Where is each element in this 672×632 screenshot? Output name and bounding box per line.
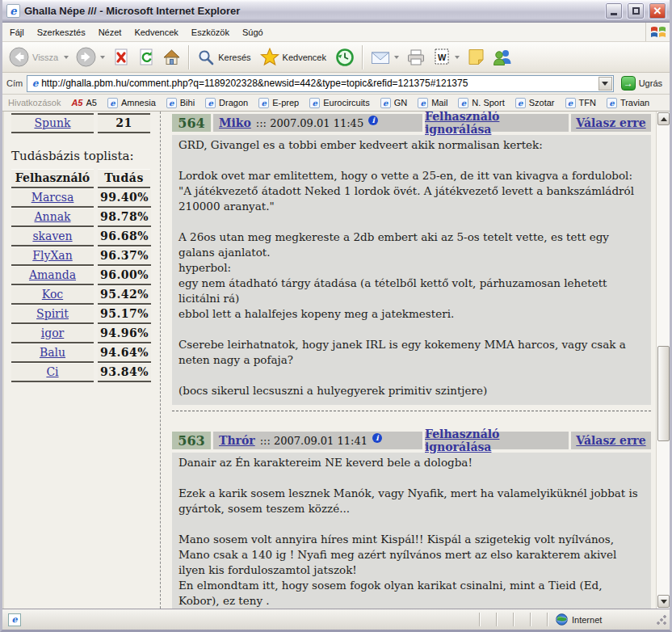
edit-dropdown-icon[interactable] (455, 56, 460, 59)
info-icon[interactable]: i (372, 433, 382, 443)
resize-grip[interactable] (656, 614, 667, 626)
mail-dropdown-icon[interactable] (394, 56, 399, 59)
menu-tools[interactable]: Eszközök (185, 23, 236, 41)
history-button[interactable] (332, 46, 358, 69)
post-gap (172, 411, 653, 431)
user-link-spunk[interactable]: Spunk (34, 116, 70, 129)
favorites-label: Kedvencek (283, 53, 328, 62)
link-szotar[interactable]: eSzotar (515, 98, 555, 108)
score-cell: 99.40% (98, 188, 151, 208)
author-link[interactable]: Thrór (219, 434, 255, 447)
stop-button[interactable] (109, 46, 133, 69)
menu-help[interactable]: Súgó (236, 23, 270, 41)
link-mail[interactable]: eMail (418, 98, 447, 108)
minimize-icon (611, 13, 617, 15)
edit-word-icon: W (433, 48, 451, 66)
forward-button[interactable] (73, 45, 108, 69)
link-eprep[interactable]: eE-prep (258, 98, 299, 108)
link-a5[interactable]: A5A5 (71, 98, 97, 107)
table-row: FlyXan 96.37% (11, 246, 150, 266)
menu-favorites[interactable]: Kedvencek (128, 23, 184, 41)
toolbar-separator (362, 45, 363, 70)
scrollbar-thumb[interactable] (657, 346, 670, 441)
toplist-table: Felhasználó Tudás Marcsa 99.40% Annak 98… (11, 169, 150, 382)
home-icon (162, 48, 181, 66)
reply-cell: Válasz erre (571, 432, 651, 449)
user-link[interactable]: skaven (32, 230, 72, 242)
reply-link[interactable]: Válasz erre (576, 434, 645, 447)
user-link[interactable]: Marcsa (32, 191, 74, 204)
edit-button[interactable]: W (430, 46, 463, 68)
user-link[interactable]: Ci (46, 365, 58, 378)
sidebar-top-table: Spunk 21 (11, 113, 150, 133)
link-dragon[interactable]: eDragon (205, 98, 248, 108)
print-button[interactable] (403, 47, 429, 68)
page-content: Spunk 21 Tudásbázis toplista: Felhasznál… (2, 112, 670, 609)
menu-edit[interactable]: Szerkesztés (31, 23, 92, 41)
search-button[interactable]: Keresés (194, 47, 255, 68)
back-dropdown-icon[interactable] (64, 56, 69, 59)
ignore-user-link[interactable]: Felhasználó ignorálása (425, 428, 569, 453)
url-text[interactable]: http://ghalla.pbm.hu/comment.php?q=11892… (41, 78, 598, 89)
info-icon[interactable]: i (368, 116, 378, 125)
user-link[interactable]: igor (41, 327, 65, 339)
go-button[interactable]: → Ugrás (618, 75, 666, 91)
status-separator (513, 613, 514, 626)
ie-logo-icon: e (6, 4, 20, 18)
scroll-down-button[interactable] (657, 595, 670, 608)
link-gn[interactable]: eGN (380, 98, 408, 108)
mail-icon (371, 49, 390, 65)
messenger-button[interactable] (489, 46, 516, 68)
user-link[interactable]: FlyXan (32, 249, 72, 262)
back-button[interactable]: Vissza (6, 45, 72, 69)
home-button[interactable] (159, 46, 184, 68)
post-date: ::: 2007.09.01 11:41 (260, 435, 368, 447)
reply-link[interactable]: Válasz erre (576, 116, 645, 129)
toolbar-separator (188, 45, 190, 70)
favorites-button[interactable]: Kedvencek (257, 46, 331, 68)
url-input[interactable]: e http://ghalla.pbm.hu/comment.php?q=118… (27, 75, 613, 92)
discuss-button[interactable] (464, 46, 489, 68)
menu-file[interactable]: Fájl (3, 23, 31, 41)
refresh-button[interactable] (134, 46, 158, 69)
user-link[interactable]: Spirit (36, 307, 69, 320)
ignore-user-link[interactable]: Felhasználó ignorálása (425, 112, 569, 136)
forward-dropdown-icon[interactable] (100, 56, 105, 59)
close-button[interactable]: ✕ (649, 2, 666, 19)
post-author-cell: Thrór ::: 2007.09.01 11:41 i (213, 432, 422, 449)
url-dropdown-button[interactable] (598, 77, 612, 91)
minimize-button[interactable] (605, 2, 623, 19)
refresh-icon (137, 48, 155, 67)
score-cell: 94.96% (98, 324, 151, 343)
user-link[interactable]: Balu (40, 346, 65, 359)
user-cell: Spunk (11, 113, 94, 133)
value-cell: 21 (98, 113, 150, 133)
link-bihi[interactable]: eBihi (166, 98, 195, 108)
svg-text:W: W (438, 53, 447, 62)
maximize-icon (632, 7, 640, 15)
ie-favicon: e (565, 98, 576, 108)
history-icon (335, 48, 355, 67)
score-cell: 94.64% (98, 343, 151, 363)
vertical-scrollbar[interactable] (656, 112, 670, 609)
ie-favicon: e (166, 98, 177, 108)
back-icon (9, 47, 29, 67)
maximize-button[interactable] (627, 2, 645, 19)
link-tfn[interactable]: eTFN (565, 98, 596, 108)
ignore-user-cell: Felhasználó ignorálása (425, 114, 569, 132)
mail-button[interactable] (368, 48, 402, 67)
link-nsport[interactable]: eN. Sport (458, 98, 504, 108)
menu-view[interactable]: Nézet (92, 23, 128, 41)
user-link[interactable]: Annak (35, 210, 71, 223)
user-link[interactable]: Koc (42, 288, 63, 301)
ie-favicon: e (607, 98, 617, 108)
go-arrow-icon: → (621, 76, 636, 91)
scroll-up-button[interactable] (657, 112, 670, 125)
link-eurocircuits[interactable]: eEurocircuits (309, 98, 369, 108)
link-travian[interactable]: eTravian (607, 98, 649, 108)
user-link[interactable]: Amanda (29, 268, 76, 281)
link-amnesia[interactable]: eAmnesia (107, 98, 156, 108)
score-cell: 95.42% (98, 285, 151, 305)
author-link[interactable]: Miko (219, 116, 251, 129)
go-label: Ugrás (639, 78, 662, 88)
